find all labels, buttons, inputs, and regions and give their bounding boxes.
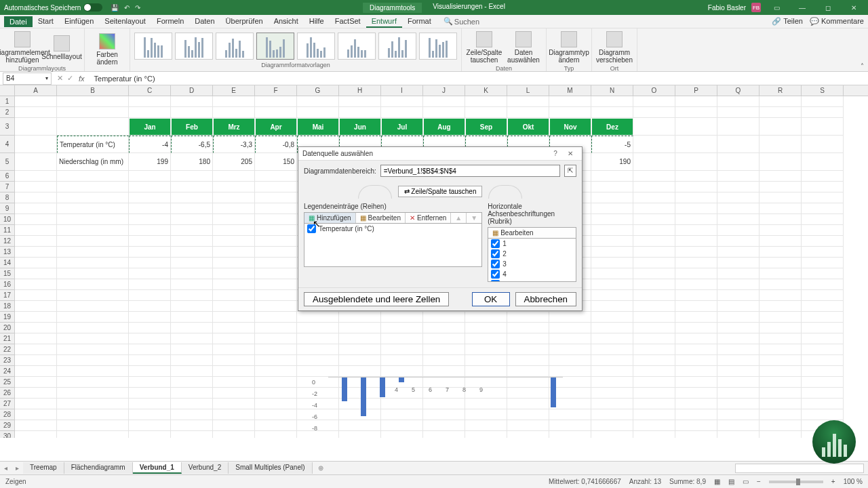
autosave[interactable]: Automatisches Speichern — [4, 3, 102, 12]
column-header[interactable]: N — [591, 85, 633, 96]
cell[interactable] — [591, 377, 633, 388]
switch-row-column-button[interactable]: ⇄ Zeile/Spalte tauschen — [398, 186, 483, 197]
cell[interactable] — [633, 203, 675, 214]
cell[interactable] — [381, 366, 423, 377]
cell[interactable] — [633, 377, 675, 388]
row-header[interactable]: 30 — [0, 431, 15, 438]
chart-style-thumb[interactable] — [256, 33, 294, 60]
cell[interactable] — [760, 171, 802, 182]
cell[interactable] — [633, 247, 675, 258]
row-header[interactable]: 25 — [0, 377, 15, 388]
cell[interactable] — [423, 323, 465, 333]
minimize-icon[interactable]: — — [792, 4, 812, 12]
add-chart-element-button[interactable]: Diagrammelement hinzufügen — [4, 30, 41, 65]
ok-button[interactable]: OK — [472, 292, 510, 306]
cell[interactable] — [802, 214, 844, 225]
cell[interactable] — [171, 107, 213, 118]
edit-series-button[interactable]: ▦Bearbeiten — [356, 213, 406, 223]
cell[interactable] — [171, 399, 213, 409]
cell[interactable] — [675, 214, 717, 225]
cell[interactable] — [423, 355, 465, 366]
cell[interactable] — [633, 182, 675, 192]
cell[interactable] — [760, 136, 802, 153]
cell[interactable] — [760, 301, 802, 312]
cell[interactable] — [675, 118, 717, 136]
cell[interactable] — [675, 431, 717, 438]
cell[interactable] — [717, 399, 760, 409]
cell[interactable] — [255, 96, 297, 107]
cell[interactable] — [15, 258, 57, 268]
row-header[interactable]: 10 — [0, 214, 15, 225]
switch-row-col-button[interactable]: Zeile/Spalte tauschen — [466, 30, 502, 65]
cell[interactable] — [591, 236, 633, 247]
cell[interactable] — [15, 431, 57, 438]
cell[interactable] — [760, 182, 802, 192]
cell[interactable] — [57, 290, 129, 301]
cell[interactable] — [213, 355, 255, 366]
cell[interactable] — [129, 301, 171, 312]
tab-daten[interactable]: Daten — [189, 16, 220, 28]
category-checkbox[interactable] — [491, 260, 500, 268]
cell[interactable] — [760, 96, 802, 107]
row-header[interactable]: 29 — [0, 420, 15, 431]
cell[interactable] — [675, 409, 717, 420]
cell[interactable] — [15, 377, 57, 388]
cell[interactable] — [255, 225, 297, 236]
cell[interactable] — [760, 192, 802, 203]
cell[interactable] — [255, 431, 297, 438]
cell[interactable] — [675, 153, 717, 171]
cell[interactable] — [381, 344, 423, 355]
cell[interactable] — [129, 344, 171, 355]
cell[interactable] — [549, 355, 591, 366]
cell[interactable] — [129, 247, 171, 258]
cell[interactable] — [717, 192, 760, 203]
cell[interactable] — [255, 214, 297, 225]
share-button[interactable]: 🔗 Teilen — [772, 17, 803, 26]
autosave-toggle[interactable] — [83, 3, 102, 12]
list-item[interactable]: 4 — [488, 269, 576, 279]
cell[interactable] — [15, 107, 57, 118]
row-header[interactable]: 28 — [0, 409, 15, 420]
cell[interactable] — [15, 399, 57, 409]
cell[interactable] — [465, 323, 507, 333]
cell[interactable]: -4 — [129, 136, 171, 153]
cell[interactable] — [255, 268, 297, 279]
cell[interactable] — [675, 171, 717, 182]
cell[interactable] — [802, 399, 844, 409]
cell[interactable] — [507, 355, 549, 366]
change-chart-type-button[interactable]: Diagrammtyp ändern — [551, 30, 587, 65]
fx-icon[interactable]: fx — [79, 75, 85, 83]
formula-input[interactable]: Temperatur (in °C) — [94, 75, 155, 83]
cell[interactable] — [675, 377, 717, 388]
user-name[interactable]: Fabio Basler — [708, 4, 746, 12]
cell[interactable] — [129, 388, 171, 399]
cell[interactable] — [591, 268, 633, 279]
cell[interactable] — [591, 214, 633, 225]
cell[interactable] — [717, 344, 760, 355]
cell[interactable] — [591, 203, 633, 214]
cell[interactable] — [760, 118, 802, 136]
cell[interactable] — [297, 355, 339, 366]
cell[interactable] — [760, 344, 802, 355]
cell[interactable] — [57, 203, 129, 214]
close-icon[interactable]: ✕ — [844, 4, 864, 12]
cell[interactable] — [171, 192, 213, 203]
cell[interactable] — [213, 399, 255, 409]
cell[interactable] — [465, 312, 507, 323]
cell[interactable]: Okt — [507, 118, 549, 136]
cell[interactable] — [57, 431, 129, 438]
cell[interactable] — [129, 107, 171, 118]
column-header[interactable]: J — [423, 85, 465, 96]
row-header[interactable]: 11 — [0, 225, 15, 236]
cell[interactable] — [591, 225, 633, 236]
cell[interactable] — [15, 420, 57, 431]
cell[interactable] — [591, 247, 633, 258]
row-header[interactable]: 12 — [0, 236, 15, 247]
cell[interactable] — [297, 333, 339, 344]
cell[interactable] — [675, 301, 717, 312]
column-header[interactable]: M — [549, 85, 591, 96]
cell[interactable]: Nov — [549, 118, 591, 136]
cell[interactable] — [675, 192, 717, 203]
zoom-level[interactable]: 100 % — [844, 478, 863, 485]
add-series-button[interactable]: ▦Hinzufügen — [304, 213, 356, 223]
